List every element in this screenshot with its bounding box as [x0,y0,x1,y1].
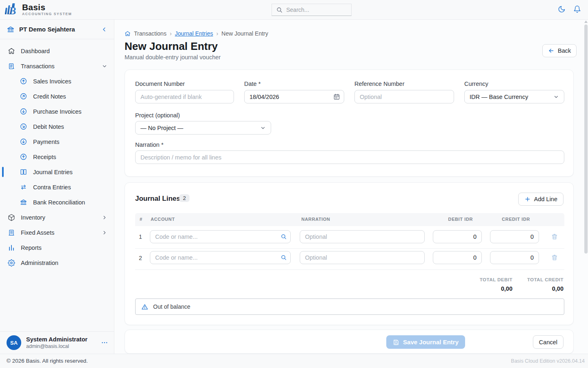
sidebar-item-payments[interactable]: Payments [0,134,114,149]
circle-arrow-down-icon [20,138,27,146]
account-input[interactable] [150,230,291,243]
narration-label: Narration * [135,141,163,148]
plus-icon [524,196,531,202]
sidebar-item-label: Sales Invoices [33,78,107,85]
line-narration-input[interactable] [300,230,425,243]
add-line-button[interactable]: Add Line [518,193,564,206]
circle-arrow-up-icon [20,153,27,161]
back-button[interactable]: Back [542,44,577,57]
search-icon [276,7,283,13]
building-icon [8,229,15,236]
project-select[interactable]: — No Project — [135,121,271,135]
company-selector[interactable]: PT Demo Sejahtera [0,20,114,39]
user-block: SA System Administrator admin@basis.loca… [0,331,114,354]
sidebar-item-fixed-assets[interactable]: Fixed Assets [0,225,114,240]
debit-input[interactable] [433,251,482,264]
save-journal-entry-button[interactable]: Save Journal Entry [386,335,465,349]
dark-mode-toggle-icon[interactable] [558,5,566,13]
currency-select[interactable]: IDR — Base Currency [464,90,564,103]
chevron-down-icon [102,63,107,69]
circle-arrow-down-icon [20,108,27,115]
total-debit-value: 0,00 [501,285,512,292]
date-label: Date * [244,81,261,87]
sidebar-item-contra-entries[interactable]: Contra Entries [0,180,114,195]
sidebar-item-receipts[interactable]: Receipts [0,149,114,164]
col-account: ACCOUNT [151,217,175,222]
sidebar-item-bank-reconciliation[interactable]: Bank Reconciliation [0,195,114,210]
app-root: B Basis ACCOUNTING SYSTEM [0,0,588,368]
debit-input[interactable] [433,230,482,243]
chevron-right-icon [102,230,107,236]
col-num: # [140,217,143,222]
total-credit-value: 0,00 [552,285,564,292]
sidebar-item-dashboard[interactable]: Dashboard [0,43,114,58]
home-icon[interactable] [125,31,131,37]
cancel-button[interactable]: Cancel [533,335,564,349]
user-menu-dots-icon[interactable] [101,339,108,346]
sidebar-item-label: Contra Entries [33,184,107,191]
document-icon [8,63,15,70]
copyright-text: © 2026 Basis. All rights reserved. [7,358,88,364]
search-input[interactable] [286,7,343,13]
page-footer: © 2026 Basis. All rights reserved. Basis… [0,354,588,368]
global-search[interactable] [272,4,352,16]
sidebar-item-purchase-invoices[interactable]: Purchase Invoices [0,104,114,119]
delete-line-icon[interactable] [551,254,559,262]
sidebar-item-label: Fixed Assets [21,229,96,236]
credit-input[interactable] [490,251,539,264]
transfer-arrows-icon [20,183,27,191]
sidebar-item-label: Payments [33,139,107,145]
lines-table-header: # ACCOUNT NARRATION DEBIT IDR CREDIT IDR [135,213,564,226]
total-debit-label: TOTAL DEBIT [480,277,512,282]
line-narration-input[interactable] [300,251,425,264]
sidebar-item-label: Inventory [21,214,96,221]
sidebar-item-credit-notes[interactable]: Credit Notes [0,89,114,104]
breadcrumb-separator: › [216,30,218,37]
sidebar-item-reports[interactable]: Reports [0,240,114,255]
delete-line-icon[interactable] [551,233,559,241]
sidebar-item-debit-notes[interactable]: Debit Notes [0,119,114,134]
out-of-balance-banner: Out of balance [135,298,564,315]
sidebar-nav: Dashboard Transactions Sales Invoices [0,39,114,270]
notifications-bell-icon[interactable] [573,5,581,13]
circle-arrow-up-icon [20,77,27,85]
chevron-down-icon [553,94,559,100]
chevron-right-icon [102,215,107,220]
breadcrumb-item[interactable]: Transactions [134,30,167,37]
account-field [150,251,291,264]
brand: B Basis ACCOUNTING SYSTEM [4,2,72,17]
vertical-scrollbar[interactable] [584,20,588,352]
collapse-sidebar-icon[interactable] [101,26,107,33]
sidebar-item-label: Receipts [33,154,107,160]
currency-value: IDR — Base Currency [470,94,553,100]
col-credit: CREDIT IDR [502,217,530,222]
date-input[interactable] [244,90,344,103]
brand-logo-icon: B [4,2,19,17]
sidebar-item-label: Transactions [21,63,96,70]
scrollbar-thumb[interactable] [584,25,588,254]
document-number-input[interactable] [135,90,234,103]
brand-tagline: ACCOUNTING SYSTEM [22,12,72,16]
project-label: Project (optional) [135,112,180,119]
sidebar-item-label: Bank Reconciliation [33,199,107,206]
total-credit-label: TOTAL CREDIT [527,277,564,282]
reference-number-label: Reference Number [354,81,405,87]
sidebar-item-journal-entries[interactable]: Journal Entries [0,164,114,180]
sidebar-item-inventory[interactable]: Inventory [0,210,114,225]
sidebar-item-label: Purchase Invoices [33,108,107,115]
scroll-up-arrow[interactable] [584,20,588,23]
sidebar-item-sales-invoices[interactable]: Sales Invoices [0,74,114,89]
breadcrumb-link-journal-entries[interactable]: Journal Entries [175,30,213,37]
breadcrumb-item-current: New Journal Entry [221,30,268,37]
narration-input[interactable] [135,150,564,164]
company-name: PT Demo Sejahtera [19,26,96,33]
sidebar-item-transactions[interactable]: Transactions [0,58,114,74]
sidebar-item-label: Credit Notes [33,93,107,100]
sidebar-item-administration[interactable]: Administration [0,255,114,270]
svg-text:B: B [9,5,16,17]
account-input[interactable] [150,251,291,264]
credit-input[interactable] [490,230,539,243]
reference-number-input[interactable] [354,90,454,103]
user-email: admin@basis.local [26,343,96,350]
journal-header-card: Document Number Date * Reference Number … [125,70,574,177]
